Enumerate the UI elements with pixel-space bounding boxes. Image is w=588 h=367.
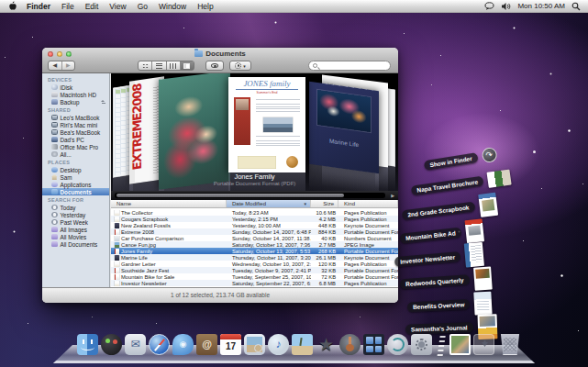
sidebar-item-all-documents[interactable]: All Documents (42, 240, 109, 248)
newsletter-thumbnail[interactable] (464, 242, 484, 268)
dock-time-machine-icon[interactable] (387, 334, 408, 355)
brochure-thumbnail[interactable] (487, 169, 512, 187)
table-row-selected[interactable]: Jones Family Saturday, October 13, 2007,… (111, 248, 398, 254)
column-view-button[interactable] (166, 61, 180, 70)
table-row[interactable]: Gardner Letter Wednesday, October 10, 20… (111, 261, 398, 267)
pdf-file-icon (115, 268, 119, 273)
sidebar-item-today[interactable]: Today (42, 204, 109, 211)
table-row[interactable]: Southside Jazz Fest Tuesday, October 9, … (111, 267, 398, 273)
sidebar-item-yesterday[interactable]: Yesterday (42, 211, 109, 218)
table-row[interactable]: New Zealand Fossils Yesterday, 10:00 AM … (111, 222, 398, 228)
desktop-icon (51, 167, 58, 173)
cover-jones-family[interactable]: JONES family Summer's End (228, 77, 305, 172)
sidebar-item-idisk[interactable]: iDisk (42, 83, 109, 91)
coverflow-area[interactable]: EXTREME2008 JONES family Summer's End Ma… (111, 73, 398, 191)
coverflow-scrollbar[interactable]: ▶ (111, 191, 398, 200)
icon-view-button[interactable] (139, 61, 151, 70)
sidebar-item-all-images[interactable]: All Images (42, 226, 109, 233)
list-view-icon (156, 63, 162, 69)
dock-dashboard-icon[interactable] (101, 334, 122, 355)
pages-file-icon (115, 261, 119, 267)
dock-ical-icon[interactable]: 17 (220, 334, 241, 355)
menu-edit[interactable]: Edit (80, 0, 105, 13)
pages-file-icon (115, 217, 119, 222)
sidebar-item-leos-macbook[interactable]: Leo's MacBook (42, 114, 109, 121)
dock-safari-icon[interactable] (149, 334, 170, 355)
documents-folder-icon (51, 189, 58, 195)
sidebar-item-all-movies[interactable]: All Movies (42, 233, 109, 240)
menu-finder[interactable]: Finder (21, 0, 56, 13)
scrapbook-thumbnail[interactable] (478, 193, 498, 217)
scrollbar-track[interactable] (115, 193, 385, 198)
sidebar-item-office-mac-pro[interactable]: Office Mac Pro (42, 143, 109, 150)
dock-documents-stack-icon[interactable] (449, 334, 471, 355)
smart-folder-icon (51, 241, 58, 248)
dock-spaces-icon[interactable] (363, 334, 384, 355)
overview-thumbnail[interactable] (474, 292, 493, 316)
dock-iphoto-icon[interactable] (292, 334, 313, 355)
column-header-name[interactable]: Name (111, 200, 227, 207)
dock-finder-icon[interactable] (77, 334, 98, 355)
spotlight-icon[interactable] (571, 2, 581, 11)
curved-arrow-icon[interactable]: ↷ (481, 147, 497, 163)
menu-window[interactable]: Window (153, 0, 192, 13)
volume-icon[interactable] (501, 2, 511, 11)
back-button[interactable]: ◀ (49, 61, 61, 70)
eye-icon (211, 63, 218, 68)
sidebar-item-home[interactable]: Sam (42, 173, 109, 181)
table-row[interactable]: Extreme 2008 Sunday, October 14, 2007, 6… (111, 228, 398, 235)
sidebar-item-backup[interactable]: Backup (42, 98, 109, 106)
list-view-button[interactable] (151, 61, 165, 70)
table-row[interactable]: The Collector Today, 8:23 AM 10.6 MB Pag… (111, 209, 398, 216)
dock-itunes-icon[interactable] (268, 334, 289, 355)
menu-help[interactable]: Help (192, 0, 218, 13)
dock-system-preferences-icon[interactable] (411, 334, 432, 355)
eject-icon[interactable] (101, 100, 105, 104)
action-menu-button[interactable]: ▾ (229, 61, 251, 71)
table-row[interactable]: Cougars Scrapbook Yesterday, 2:15 PM 4.2… (111, 216, 398, 222)
column-header-kind[interactable]: Kind (338, 200, 398, 207)
forward-button[interactable]: ▶ (61, 61, 75, 70)
sidebar-item-macintosh-hd[interactable]: Macintosh HD (42, 91, 109, 98)
sidebar-item-beas-macbook[interactable]: Bea's MacBook (42, 128, 109, 136)
sidebar-item-dads-pc[interactable]: Dad's PC (42, 136, 109, 143)
search-field[interactable] (308, 61, 391, 71)
table-row[interactable]: Car Purchase Comparison Sunday, October … (111, 235, 398, 241)
table-row[interactable]: Mountain Bike for Sale Tuesday, Septembe… (111, 273, 398, 280)
sidebar-item-all[interactable]: All... (42, 150, 109, 158)
dock-address-book-icon[interactable] (196, 334, 217, 355)
menu-file[interactable]: File (56, 0, 80, 13)
table-row[interactable]: Canoe Fun.jpg Saturday, October 13, 2007… (111, 241, 398, 248)
scrollbar-thumb[interactable] (116, 194, 344, 197)
table-row[interactable]: Marine Life Thursday, October 11, 2007, … (111, 254, 398, 261)
sidebar-item-documents[interactable]: Documents (42, 188, 109, 195)
menu-clock[interactable]: Mon 10:50 AM (517, 2, 565, 10)
dock-downloads-stack-icon[interactable] (473, 334, 494, 355)
cover-marine-life[interactable]: Marine Life (309, 82, 379, 174)
dock-imovie-icon[interactable] (316, 334, 337, 355)
quick-look-button[interactable] (205, 61, 224, 71)
sidebar-item-desktop[interactable]: Desktop (42, 166, 109, 173)
status-bar: 1 of 12 selected, 213.74 GB available (42, 287, 398, 303)
quarterly-thumbnail[interactable] (473, 267, 493, 291)
sidebar-item-riris-mac-mini[interactable]: Riri's Mac mini (42, 121, 109, 128)
clock-icon (51, 205, 58, 211)
ichat-bubble-icon[interactable] (484, 2, 494, 11)
clock-icon (51, 212, 58, 218)
apple-menu[interactable] (0, 1, 21, 12)
dock-ichat-icon[interactable] (172, 334, 194, 355)
ad-thumbnail[interactable] (464, 218, 484, 243)
column-header-date-modified[interactable]: Date Modified ▼ (227, 200, 311, 207)
scrollbar-arrow-icon[interactable]: ▶ (391, 193, 394, 198)
dock-garageband-icon[interactable] (339, 334, 361, 355)
sidebar-item-past-week[interactable]: Past Week (42, 218, 109, 226)
sidebar-item-applications[interactable]: Applications (42, 181, 109, 188)
menu-view[interactable]: View (104, 0, 131, 13)
menu-go[interactable]: Go (132, 0, 153, 13)
table-row[interactable]: Investor Newsletter Saturday, September … (111, 280, 398, 286)
coverflow-view-button[interactable] (180, 61, 194, 70)
dock-preview-icon[interactable] (244, 334, 265, 355)
window-chrome[interactable]: Documents ◀ ▶ ▾ (42, 48, 398, 73)
column-header-size[interactable]: Size (311, 200, 338, 207)
dock-mail-icon[interactable] (125, 334, 146, 355)
